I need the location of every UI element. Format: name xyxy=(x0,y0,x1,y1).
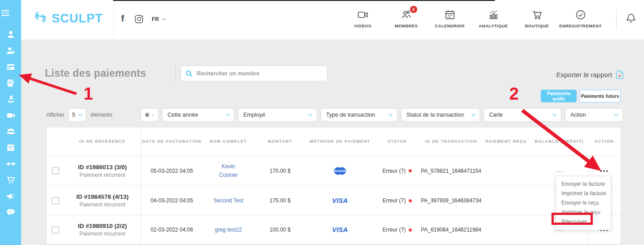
filter-action-select[interactable]: Action xyxy=(565,108,623,122)
divider xyxy=(114,0,114,39)
filter-value: Carte xyxy=(489,112,503,118)
nav-label: ANALYTIQUE xyxy=(479,23,508,28)
member-name-link[interactable]: greg test22 xyxy=(212,226,245,234)
items-label: éléments xyxy=(90,112,112,118)
row-checkbox[interactable] xyxy=(52,167,59,175)
filter-employe-select[interactable]: Employé xyxy=(238,108,317,122)
filter-value: Action xyxy=(570,112,586,118)
document-edit-icon[interactable] xyxy=(5,78,16,88)
nav-membres[interactable]: 3 MEMBRES xyxy=(384,9,428,28)
chevron-down-icon xyxy=(225,114,230,116)
table-header-row: ID DE RÉFÉRENCE DATE DE FACTURATION NOM … xyxy=(47,127,621,155)
divider xyxy=(175,65,176,83)
nav-analytique[interactable]: ANALYTIQUE xyxy=(472,9,515,28)
annotation-arrow-1 xyxy=(29,78,76,94)
error-dot xyxy=(409,228,412,232)
calendar-icon[interactable] xyxy=(5,143,16,153)
payment-type: Paiement récurrent xyxy=(79,201,125,208)
cart-icon[interactable] xyxy=(5,175,16,185)
tab-paiements-futurs[interactable]: Paiements futurs xyxy=(579,90,621,102)
member-name-link[interactable]: Second Test xyxy=(212,197,245,205)
col-header: NOM COMPLET xyxy=(203,127,254,155)
row-checkbox[interactable] xyxy=(52,197,59,205)
page-size-value: 5 xyxy=(72,112,75,118)
col-header: BALANCE (CRÉDIT) xyxy=(530,127,588,155)
dumbbell-logo-icon xyxy=(33,11,48,26)
gear-filter-button[interactable] xyxy=(141,108,159,122)
amount: 100.00 $ xyxy=(254,215,306,244)
search-input[interactable] xyxy=(197,70,322,77)
payment-type: Paiement récurrent xyxy=(79,172,125,178)
menu-item-envoyer-recu[interactable]: Envoyer le reçu xyxy=(556,198,611,208)
gear-icon xyxy=(145,112,150,118)
user-settings-icon[interactable] xyxy=(5,46,16,56)
analytics-icon xyxy=(488,9,499,21)
tab-paiements-actifs[interactable]: Paiements actifs xyxy=(541,90,577,102)
notifications-bell-icon[interactable] xyxy=(626,13,636,26)
export-report-link[interactable]: Exporter le rapport xyxy=(556,70,624,79)
member-name-link[interactable]: Kevin Costner xyxy=(212,162,245,179)
page-size-select[interactable]: 5 xyxy=(68,108,86,122)
status-text: Erreur (7) xyxy=(383,197,406,204)
nav-label: MEMBRES xyxy=(395,23,418,28)
menu-item-imprimer-facture[interactable]: Imprimer la facture xyxy=(556,189,611,198)
col-header: ID DE RÉFÉRENCE xyxy=(64,127,141,155)
chat-icon[interactable] xyxy=(5,207,16,217)
filters-bar: Cette année Employé Type de transaction … xyxy=(141,108,623,122)
amount: 170.00 $ xyxy=(254,156,306,186)
menu-icon[interactable] xyxy=(0,8,10,18)
user-icon[interactable] xyxy=(5,30,16,39)
filter-statut-transaction-select[interactable]: Statut de la transaction xyxy=(401,108,480,122)
users-group-icon[interactable] xyxy=(5,127,16,136)
row-actions-button[interactable]: ••• xyxy=(600,167,609,174)
chevron-down-icon xyxy=(162,18,166,21)
filter-periode-select[interactable]: Cette année xyxy=(162,108,234,122)
billing-date: 02-03-2022 04:06 xyxy=(141,215,203,244)
col-header: DATE DE FACTURATION xyxy=(141,127,203,155)
menu-item-envoyer-facture[interactable]: Envoyer la facture xyxy=(556,179,611,189)
error-dot xyxy=(409,169,412,172)
transaction-id: PA_619064_1646211984 xyxy=(420,215,482,244)
language-label: FR xyxy=(152,16,159,22)
row-actions-menu: Envoyer la facture Imprimer la facture E… xyxy=(556,176,611,230)
col-header: MÉTHODE DE PAIEMENT xyxy=(306,127,374,155)
hand-member-icon[interactable] xyxy=(5,94,16,104)
dumbbell-icon[interactable] xyxy=(5,159,16,169)
col-header: STATUS xyxy=(374,127,420,155)
annotation-step-2: 2 xyxy=(509,84,519,104)
payment-received xyxy=(482,215,530,244)
filter-carte-select[interactable]: Carte xyxy=(484,108,561,122)
filter-type-transaction-select[interactable]: Type de transaction xyxy=(321,108,397,122)
payment-ref-id: ID #1980910 (2/2) xyxy=(78,223,127,229)
filter-value: Employé xyxy=(243,112,265,118)
visa-logo: VISA xyxy=(332,226,348,233)
nav-videos[interactable]: VIDÉOS xyxy=(341,9,384,28)
language-selector[interactable]: FR xyxy=(152,16,166,22)
menu-item-imprimer-recu[interactable]: Imprimer le reçu xyxy=(556,208,611,217)
video-camera-icon[interactable] xyxy=(5,110,16,120)
nav-boutique[interactable]: BOUTIQUE xyxy=(515,9,559,28)
amount: 175.00 $ xyxy=(254,186,306,215)
row-checkbox[interactable] xyxy=(52,226,59,234)
filter-value: Statut de la transaction xyxy=(406,112,464,118)
facebook-icon[interactable]: f xyxy=(119,13,126,24)
transaction-id: PA_578821_1646471154 xyxy=(420,156,482,186)
page-title: Liste des paiements xyxy=(45,67,146,79)
payment-type: Paiement récurrent xyxy=(79,231,125,237)
logo-text: SCULPT xyxy=(52,12,103,26)
megaphone-icon[interactable] xyxy=(5,191,16,201)
nav-label: CALENDRIER xyxy=(435,23,464,28)
billing-date: 05-03-2022 04:05 xyxy=(141,156,203,186)
chevron-down-icon xyxy=(388,114,393,116)
page-size-control: Afficher 5 éléments xyxy=(46,108,112,122)
video-icon xyxy=(357,9,369,21)
error-dot xyxy=(409,199,412,202)
app-logo[interactable]: SCULPT xyxy=(33,11,103,26)
credit-card-icon[interactable] xyxy=(5,62,16,72)
instagram-icon[interactable] xyxy=(134,14,144,26)
menu-item-reessayer[interactable]: Réessayer xyxy=(556,217,611,227)
sidebar xyxy=(0,0,21,245)
nav-calendrier[interactable]: CALENDRIER xyxy=(428,9,472,28)
nav-enregistrement[interactable]: ENREGISTREMENT xyxy=(559,9,602,28)
search-icon xyxy=(185,70,193,77)
